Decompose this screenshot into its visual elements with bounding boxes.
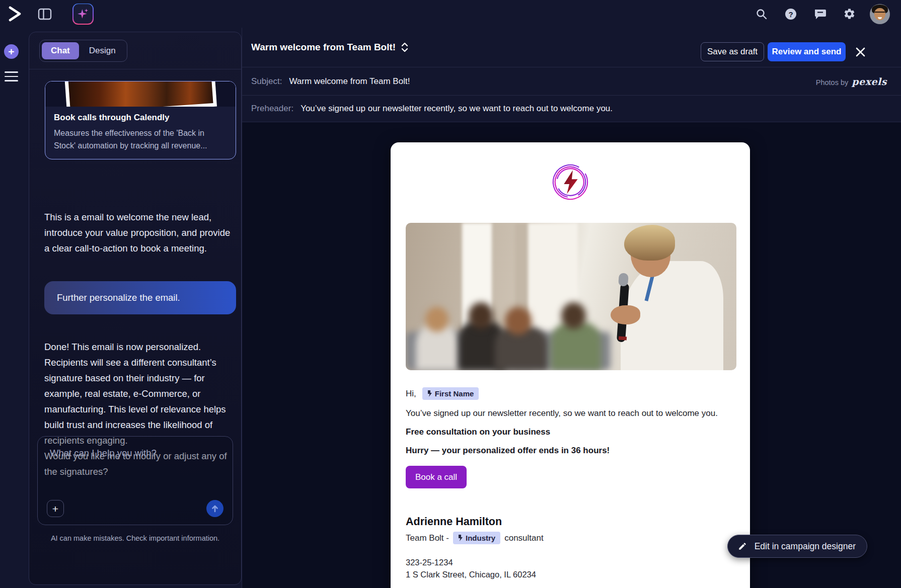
help-icon[interactable]: ? [782, 6, 799, 23]
tab-chat[interactable]: Chat [42, 42, 79, 59]
panel-toggle-icon[interactable] [36, 6, 53, 23]
activecampaign-logo-icon[interactable] [6, 5, 23, 23]
campaign-title: Warm welcome from Team Bolt! [251, 42, 396, 53]
tab-design[interactable]: Design [80, 42, 125, 59]
first-name-tag-label: First Name [435, 389, 474, 398]
pexels-logo: pexels [852, 76, 887, 87]
top-bar: ? [0, 0, 901, 28]
chat-input[interactable]: What can I help you with? + [37, 436, 233, 525]
preheader-value: You’ve signed up our newsletter recently… [301, 104, 613, 114]
industry-personalization-tag[interactable]: Industry [453, 532, 500, 544]
close-icon[interactable] [855, 47, 866, 59]
preheader-label: Preheader: [251, 104, 293, 114]
user-message-text: Further personalize the email. [57, 292, 180, 303]
editor-header: Warm welcome from Team Bolt! Save as dra… [242, 28, 901, 67]
photos-by-text: Photos by [816, 78, 849, 87]
automation-card-description: Measures the effectiveness of the 'Back … [54, 127, 227, 152]
search-icon[interactable] [753, 6, 770, 23]
subject-label: Subject: [251, 76, 282, 87]
comments-icon[interactable] [811, 6, 829, 23]
pencil-icon [736, 540, 749, 553]
hamburger-menu-icon[interactable] [5, 71, 18, 81]
industry-tag-label: Industry [466, 534, 495, 542]
ai-chat-panel: Chat Design Book calls through Calendly … [29, 32, 242, 585]
email-intro-text: You’ve signed up our newsletter recently… [406, 408, 735, 418]
user-avatar[interactable] [870, 4, 890, 24]
bolt-tag-icon [427, 390, 432, 397]
chat-input-placeholder: What can I help you with? [50, 448, 157, 459]
email-editor-panel: Warm welcome from Team Bolt! Save as dra… [242, 28, 901, 588]
automation-card-thumbnail [45, 81, 236, 107]
ai-sparkle-button[interactable] [72, 4, 94, 25]
signature-company: Team Bolt - [406, 533, 449, 543]
automation-card-title: Book calls through Calendly [54, 113, 227, 123]
preheader-row[interactable]: Preheader: You’ve signed up our newslett… [242, 96, 901, 122]
automation-card[interactable]: Book calls through Calendly Measures the… [45, 81, 236, 159]
signature-role: consultant [504, 533, 544, 543]
assistant-paragraph: Done! This email is now personalized. Re… [44, 339, 232, 448]
team-bolt-logo-icon [551, 162, 590, 202]
attach-button[interactable]: + [47, 500, 64, 517]
signature-name: Adrienne Hamilton [406, 516, 735, 528]
campaign-title-selector[interactable]: Warm welcome from Team Bolt! [251, 42, 409, 53]
hero-image [406, 223, 736, 370]
subject-row[interactable]: Subject: Warm welcome from Team Bolt! Ph… [242, 67, 901, 96]
bolt-tag-icon [458, 535, 463, 541]
subject-value: Warm welcome from Team Bolt! [289, 76, 410, 87]
edit-in-campaign-designer-button[interactable]: Edit in campaign designer [727, 535, 867, 558]
send-up-arrow-icon [210, 504, 219, 513]
assistant-message: This is a email to welcome the new lead,… [44, 209, 232, 256]
photos-credit: Photos by pexels [816, 76, 887, 87]
app-window: ? + Chat Des [0, 0, 901, 588]
user-message-bubble: Further personalize the email. [44, 281, 236, 314]
edit-fab-label: Edit in campaign designer [755, 541, 856, 552]
settings-gear-icon[interactable] [841, 6, 858, 23]
email-preview-zone: Hi, First Name You’ve signed up our news… [242, 122, 901, 588]
chat-history[interactable]: Book calls through Calendly Measures the… [29, 70, 241, 434]
signature-address: 1 S Clark Street, Chicago, IL 60234 [406, 570, 735, 579]
greeting-text: Hi, [406, 389, 416, 399]
signature-phone: 323-25-1234 [406, 558, 735, 567]
email-offer-text: Free consultation on your business [406, 427, 735, 437]
sort-chevrons-icon [401, 42, 409, 53]
save-as-draft-button[interactable]: Save as draft [701, 42, 764, 61]
book-a-call-button[interactable]: Book a call [406, 466, 467, 488]
review-and-send-button[interactable]: Review and send [768, 42, 846, 61]
ai-disclaimer: AI can make mistakes. Check important in… [29, 534, 241, 542]
send-button[interactable] [206, 500, 223, 517]
chat-design-tabs: Chat Design [29, 32, 241, 69]
email-preview-card: Hi, First Name You’ve signed up our news… [391, 142, 750, 588]
svg-text:?: ? [788, 10, 793, 18]
first-name-personalization-tag[interactable]: First Name [422, 387, 479, 400]
add-button[interactable]: + [4, 44, 19, 59]
email-urgency-text: Hurry — your personalized offer ends in … [406, 446, 735, 456]
